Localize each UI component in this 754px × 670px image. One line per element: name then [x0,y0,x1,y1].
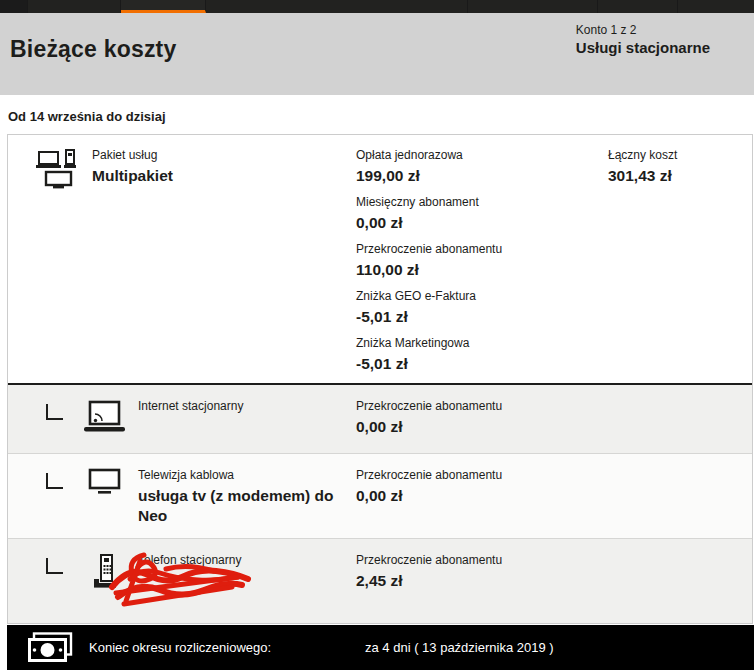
nav-tab[interactable] [678,0,754,13]
top-nav-bar [0,0,754,13]
account-name: Usługi stacjonarne [576,38,710,58]
charges-cell: Opłata jednorazowa 199,00 zł Miesięczny … [356,135,608,383]
service-cell: Telewizja kablowa usługa tv (z modemem) … [8,454,356,538]
page-header: Bieżące koszty Konto 1 z 2 Usługi stacjo… [0,13,754,95]
charge-item: Przekroczenie abonamentu 0,00 zł [356,468,608,506]
nav-tab-active-current-costs[interactable] [121,0,206,13]
charge-value: 0,00 zł [356,417,608,437]
charge-label: Przekroczenie abonamentu [356,399,608,414]
nav-tab[interactable] [0,0,28,13]
service-type-label: Telefon stacjonarny [138,553,338,568]
charge-item: Przekroczenie abonamentu 2,45 zł [356,553,608,591]
service-cell: Internet stacjonarny [8,385,356,453]
charge-value: -5,01 zł [356,307,608,327]
service-name: usługa tv (z modemem) do Neo [138,486,338,526]
billing-period-heading: Od 14 września do dzisiaj [8,109,754,124]
charge-value: 2,45 zł [356,571,608,591]
charge-value: 0,00 zł [356,486,608,506]
charge-label: Zniżka Marketingowa [356,336,608,351]
service-text: Telefon stacjonarny [138,553,338,568]
footer-value: za 4 dni ( 13 października 2019 ) [365,640,554,655]
total-cell [608,385,752,453]
charge-label: Przekroczenie abonamentu [356,468,608,483]
charges-cell: Przekroczenie abonamentu 0,00 zł [356,385,608,453]
total-cell [608,454,752,538]
sub-service-corner-icon [46,473,63,489]
nav-tab[interactable] [468,0,598,13]
nav-tab[interactable] [28,0,121,13]
charge-label: Opłata jednorazowa [356,148,608,163]
footer-label: Koniec okresu rozliczeniowego: [89,640,271,655]
charge-item: Przekroczenie abonamentu 0,00 zł [356,399,608,437]
billing-period-footer: Koniec okresu rozliczeniowego: za 4 dni … [7,625,754,670]
charges-cell: Przekroczenie abonamentu 0,00 zł [356,454,608,538]
page-title: Bieżące koszty [10,36,176,63]
charge-item: Przekroczenie abonamentu 110,00 zł [356,242,608,280]
multipack-devices-icon [35,148,79,190]
charge-label: Zniżka GEO e-Faktura [356,289,608,304]
account-pager-label: Konto 1 z 2 [576,22,710,38]
table-row-phone: Telefon stacjonarny Przekroczenie abonam… [8,538,752,623]
charges-cell: Przekroczenie abonamentu 2,45 zł [356,539,608,623]
table-row-multipakiet: Pakiet usług Multipakiet Opłata jednoraz… [8,135,752,383]
total-cell [608,539,752,623]
charge-item: Opłata jednorazowa 199,00 zł [356,148,608,186]
charge-label: Przekroczenie abonamentu [356,242,608,257]
charge-item: Zniżka Marketingowa -5,01 zł [356,336,608,374]
sub-service-corner-icon [46,558,63,574]
charge-value: 0,00 zł [356,213,608,233]
service-type-label: Pakiet usług [92,148,292,163]
service-cell: Telefon stacjonarny [8,539,356,623]
sub-service-corner-icon [46,404,63,420]
total-cost-label: Łączny koszt [608,148,752,163]
nav-tab[interactable] [598,0,678,13]
account-selector[interactable]: Konto 1 z 2 Usługi stacjonarne [576,22,710,58]
service-text: Internet stacjonarny [138,399,338,414]
table-row-internet: Internet stacjonarny Przekroczenie abona… [8,383,752,453]
total-cell: Łączny koszt 301,43 zł [608,135,752,383]
total-cost: Łączny koszt 301,43 zł [608,148,752,186]
charge-value: -5,01 zł [356,354,608,374]
total-cost-value: 301,43 zł [608,166,752,186]
tv-icon [84,468,125,496]
charge-label: Przekroczenie abonamentu [356,553,608,568]
service-text: Telewizja kablowa usługa tv (z modemem) … [138,468,338,526]
table-row-tv: Telewizja kablowa usługa tv (z modemem) … [8,453,752,538]
banknote-icon [25,632,73,663]
charge-item: Zniżka GEO e-Faktura -5,01 zł [356,289,608,327]
service-cell: Pakiet usług Multipakiet [8,135,356,383]
laptop-wifi-icon [84,399,125,434]
service-type-label: Telewizja kablowa [138,468,338,483]
charge-label: Miesięczny abonament [356,195,608,210]
service-name: Multipakiet [92,166,292,186]
charge-value: 110,00 zł [356,260,608,280]
charge-item: Miesięczny abonament 0,00 zł [356,195,608,233]
service-text: Pakiet usług Multipakiet [92,148,292,186]
costs-table: Pakiet usług Multipakiet Opłata jednoraz… [7,134,753,624]
cordless-phone-icon [84,553,125,590]
service-type-label: Internet stacjonarny [138,399,338,414]
nav-tab[interactable] [206,0,468,13]
charge-value: 199,00 zł [356,166,608,186]
